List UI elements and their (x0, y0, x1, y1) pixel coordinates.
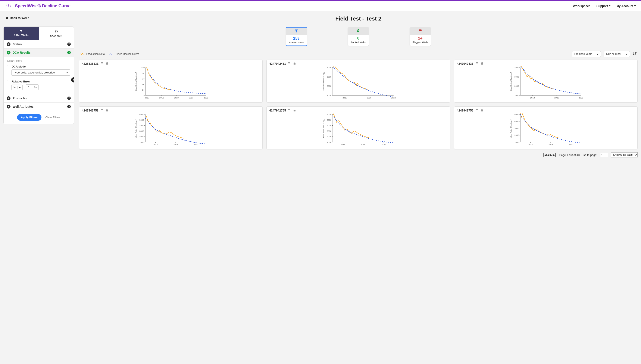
nav-right: Workspaces Support My Account (573, 4, 636, 8)
caret-down-icon (597, 54, 598, 55)
svg-rect-79 (106, 110, 108, 112)
tab-dca-run[interactable]: DCA Run (39, 27, 74, 40)
svg-marker-1 (8, 5, 11, 7)
accordion-well-attributes[interactable]: +Well Attributes ? (4, 102, 74, 111)
unlock-icon[interactable] (106, 62, 108, 65)
help-icon[interactable]: ? (67, 51, 71, 54)
chart-card[interactable]: 4247942433 1000200030004000201820202022G… (454, 60, 638, 102)
page-last[interactable]: ▶⎮ (553, 154, 556, 156)
chart-card[interactable]: 4247942756 10002000300040005000201620182… (454, 106, 638, 149)
accordion-status[interactable]: +Status ? (4, 40, 74, 48)
chart-card[interactable]: 4228336131 02k4k6k8k10k20182019202020212… (79, 60, 262, 102)
checkbox-relative-error[interactable] (7, 80, 10, 83)
accordion-dca-results[interactable]: −DCA Results ? (4, 48, 74, 56)
page-prev[interactable]: ◀ (547, 154, 549, 156)
svg-line-8 (55, 30, 56, 31)
svg-rect-101 (294, 110, 296, 112)
svg-text:4000: 4000 (514, 66, 519, 69)
svg-text:2022: 2022 (391, 96, 396, 99)
caret-down-icon (634, 5, 636, 6)
unlock-icon[interactable] (481, 109, 484, 112)
per-page-select[interactable]: Show 6 per page (611, 152, 638, 158)
svg-text:1000: 1000 (327, 141, 332, 143)
svg-text:6000: 6000 (327, 113, 332, 116)
flag-icon[interactable] (101, 62, 104, 65)
page-first[interactable]: ⎮◀ (543, 154, 546, 156)
help-icon[interactable]: ? (67, 42, 71, 46)
well-id: 4228336131 (82, 62, 98, 65)
well-id: 4247942755 (269, 109, 286, 112)
clear-filters-button[interactable]: Clear Filters (45, 114, 60, 121)
svg-text:2016: 2016 (153, 143, 158, 146)
svg-rect-43 (294, 63, 296, 65)
flag-icon[interactable] (476, 62, 478, 65)
relative-error-value-input[interactable]: 5 % (26, 84, 39, 90)
svg-text:5000: 5000 (327, 119, 332, 121)
back-to-wells[interactable]: Back to Wells (6, 16, 74, 20)
svg-text:10k: 10k (140, 66, 144, 69)
sort-icon[interactable] (633, 52, 637, 56)
stat-locked-wells[interactable]: 0 Locked Wells (348, 27, 369, 46)
plus-icon: + (6, 105, 10, 108)
svg-text:2000: 2000 (327, 85, 332, 87)
caret-down-icon (19, 87, 21, 88)
svg-text:4000: 4000 (327, 124, 332, 127)
unlock-icon[interactable] (481, 62, 484, 65)
stat-filtered-wells[interactable]: 253 Filtered Wells (286, 27, 307, 46)
svg-text:Gas Rate (Mscf/day): Gas Rate (Mscf/day) (135, 72, 137, 91)
relative-error-op-select[interactable]: >= (11, 84, 23, 90)
svg-text:5000: 5000 (139, 119, 144, 121)
svg-text:2022: 2022 (204, 96, 208, 99)
svg-text:2018: 2018 (343, 96, 347, 99)
svg-point-2 (6, 17, 8, 19)
accordion-production[interactable]: +Production ? (4, 94, 74, 102)
nav-workspaces[interactable]: Workspaces (573, 4, 590, 8)
predict-years-select[interactable]: Predict 3 Years (572, 51, 601, 57)
help-icon[interactable]: ? (67, 105, 71, 108)
flag-icon[interactable] (288, 62, 291, 65)
well-id: 4247942753 (82, 109, 98, 112)
run-number-select[interactable]: Run Number (604, 51, 630, 57)
svg-text:1000: 1000 (327, 94, 332, 96)
apply-filters-button[interactable]: Apply Filters (17, 114, 42, 121)
page-next[interactable]: ▶ (550, 154, 552, 156)
chart-card[interactable]: 4247942755 10002000300040005000600020162… (266, 106, 450, 149)
svg-text:3000: 3000 (514, 127, 519, 130)
chart-card[interactable]: 4247942753 10002000300040005000600020162… (79, 106, 262, 149)
nav-support[interactable]: Support (596, 4, 611, 8)
svg-line-10 (55, 32, 56, 33)
funnel-icon (294, 29, 298, 33)
goto-page-input[interactable] (600, 153, 608, 157)
svg-text:6k: 6k (142, 78, 144, 80)
well-id: 4247942433 (457, 62, 474, 65)
svg-text:2000: 2000 (514, 85, 519, 87)
svg-text:2022: 2022 (578, 96, 583, 99)
help-icon[interactable]: ? (67, 96, 71, 100)
svg-text:2016: 2016 (340, 143, 345, 146)
checkbox-dca-model[interactable] (7, 65, 10, 68)
clear-filters-label[interactable]: Clear Filters (7, 59, 70, 62)
well-id: 4247942756 (457, 109, 474, 112)
chart-card[interactable]: 4247942431 1000200030004000201820202022G… (266, 60, 450, 102)
svg-text:2000: 2000 (139, 136, 144, 138)
unlock-icon[interactable] (293, 109, 296, 112)
svg-marker-0 (6, 4, 8, 6)
plus-icon: + (6, 96, 10, 100)
svg-text:0: 0 (143, 94, 144, 96)
svg-text:2020: 2020 (194, 143, 198, 146)
svg-text:2020: 2020 (174, 96, 179, 99)
flag-icon[interactable] (476, 109, 478, 112)
svg-text:1000: 1000 (514, 141, 519, 143)
nav-account[interactable]: My Account (616, 4, 636, 8)
dca-model-select[interactable]: hyperbolic, exponential, powerlaw (11, 70, 70, 76)
flag-icon[interactable] (101, 109, 104, 112)
chevron-left-icon (73, 79, 74, 81)
svg-rect-61 (481, 63, 483, 65)
svg-text:5000: 5000 (514, 113, 519, 116)
stat-flagged-wells[interactable]: 24 Flagged Wells (410, 27, 431, 46)
tab-filter-wells[interactable]: Filter Wells (4, 27, 39, 40)
unlock-icon[interactable] (293, 62, 296, 65)
flag-icon[interactable] (288, 109, 291, 112)
unlock-icon[interactable] (106, 109, 108, 112)
svg-text:Gas Rate (Mscf/day): Gas Rate (Mscf/day) (322, 72, 324, 91)
